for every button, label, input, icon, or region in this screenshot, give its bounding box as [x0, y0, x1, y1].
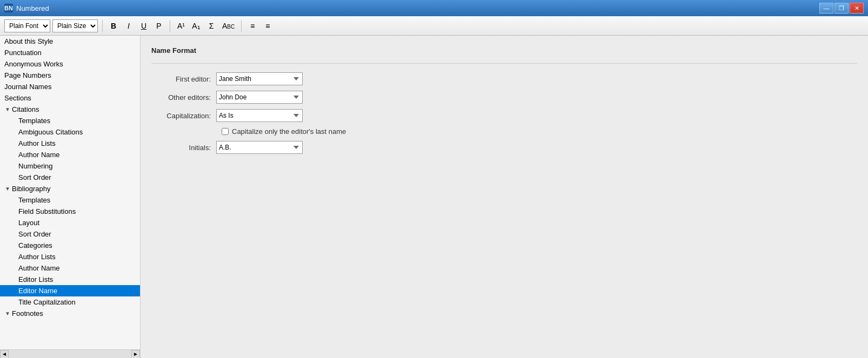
- toolbar-separator-1: [102, 20, 103, 32]
- other-editors-label: Other editors:: [151, 93, 216, 102]
- sidebar-label-ambiguous: Ambiguous Citations: [18, 128, 83, 136]
- collapse-icon-bibliography: ▼: [4, 186, 11, 192]
- collapse-icon-citations: ▼: [4, 106, 11, 113]
- sidebar-item-editor-name[interactable]: Editor Name: [0, 285, 140, 296]
- toolbar: Plain Font Plain Size B I U P A¹ A₁ Σ Ab…: [0, 16, 868, 36]
- first-editor-select[interactable]: Jane Smith: [216, 72, 303, 85]
- window-title: Numbered: [16, 4, 49, 12]
- full-align-button[interactable]: ≡: [261, 19, 274, 32]
- sidebar-label-layout: Layout: [18, 219, 39, 227]
- toolbar-separator-2: [170, 20, 170, 32]
- sidebar-item-anonymous[interactable]: Anonymous Works: [0, 58, 140, 70]
- title-bar-left: BN Numbered: [4, 4, 49, 12]
- left-align-button[interactable]: ≡: [246, 19, 259, 32]
- first-editor-row: First editor: Jane Smith: [151, 72, 857, 85]
- sidebar-content: About this StylePunctuationAnonymous Wor…: [0, 36, 140, 349]
- sidebar-label-sort-order-c: Sort Order: [18, 173, 51, 181]
- sidebar-label-page-numbers: Page Numbers: [4, 71, 51, 79]
- sidebar-item-categories[interactable]: Categories: [0, 240, 140, 251]
- sidebar-item-about[interactable]: About this Style: [0, 36, 140, 47]
- underline-button[interactable]: U: [137, 19, 150, 32]
- size-select[interactable]: Plain Size: [52, 19, 98, 32]
- sidebar-item-journal-names[interactable]: Journal Names: [0, 81, 140, 92]
- collapse-icon-footnotes: ▼: [4, 310, 11, 317]
- plain-button[interactable]: P: [152, 19, 165, 32]
- sidebar-item-author-name-b[interactable]: Author Name: [0, 262, 140, 274]
- sidebar-item-field-subs[interactable]: Field Substitutions: [0, 206, 140, 217]
- sidebar-label-author-lists-c: Author Lists: [18, 139, 56, 147]
- sidebar-label-author-name-c: Author Name: [18, 151, 60, 159]
- sidebar-label-title-cap: Title Capitalization: [18, 298, 76, 306]
- abc-button[interactable]: Abc: [220, 19, 237, 32]
- sidebar-label-bibliography: Bibliography: [12, 185, 51, 193]
- divider-top: [151, 63, 857, 64]
- sidebar-item-sections[interactable]: Sections: [0, 92, 140, 104]
- italic-button[interactable]: I: [122, 19, 135, 32]
- sidebar-label-journal-names: Journal Names: [4, 83, 51, 91]
- hscroll-left-button[interactable]: ◄: [0, 350, 9, 359]
- sidebar-item-templates-b[interactable]: Templates: [0, 194, 140, 206]
- sidebar-label-author-name-b: Author Name: [18, 264, 60, 272]
- sidebar-label-templates-b: Templates: [18, 196, 50, 204]
- title-controls: — ❐ ✕: [819, 3, 864, 13]
- sidebar-label-about: About this Style: [4, 37, 53, 45]
- initials-select[interactable]: A.B.: [216, 141, 303, 154]
- other-editors-select[interactable]: John Doe: [216, 91, 303, 104]
- sidebar-item-author-lists-c[interactable]: Author Lists: [0, 138, 140, 149]
- sidebar-label-sections: Sections: [4, 94, 31, 102]
- bold-button[interactable]: B: [107, 19, 120, 32]
- subscript-button[interactable]: A₁: [190, 19, 203, 32]
- sidebar-tree: About this StylePunctuationAnonymous Wor…: [0, 36, 140, 349]
- sidebar-item-numbering[interactable]: Numbering: [0, 160, 140, 172]
- capitalize-last-row: Capitalize only the editor's last name: [222, 127, 857, 136]
- sidebar-item-citations[interactable]: ▼Citations: [0, 104, 140, 115]
- sidebar-label-author-lists-b: Author Lists: [18, 253, 56, 261]
- capitalization-label: Capitalization:: [151, 112, 216, 120]
- sidebar-item-templates-c[interactable]: Templates: [0, 115, 140, 126]
- capitalize-last-checkbox[interactable]: [222, 128, 229, 135]
- sidebar-item-author-lists-b[interactable]: Author Lists: [0, 251, 140, 262]
- other-editors-row: Other editors: John Doe: [151, 91, 857, 104]
- sidebar-item-sort-order-c[interactable]: Sort Order: [0, 172, 140, 183]
- sidebar-wrapper: About this StylePunctuationAnonymous Wor…: [0, 36, 141, 358]
- capitalize-last-label: Capitalize only the editor's last name: [232, 127, 346, 136]
- sidebar-label-templates-c: Templates: [18, 117, 50, 125]
- hscroll-right-button[interactable]: ►: [131, 350, 140, 359]
- section-title: Name Format: [151, 46, 857, 55]
- capitalization-select[interactable]: As Is: [216, 109, 303, 122]
- sidebar-hscroll: ◄ ►: [0, 349, 140, 358]
- first-editor-label: First editor:: [151, 75, 216, 83]
- sidebar-item-punctuation[interactable]: Punctuation: [0, 47, 140, 58]
- sidebar-label-sort-order-b: Sort Order: [18, 230, 51, 238]
- sidebar-label-field-subs: Field Substitutions: [18, 207, 76, 215]
- title-bar: BN Numbered — ❐ ✕: [0, 0, 868, 16]
- close-button[interactable]: ✕: [850, 3, 864, 13]
- sidebar-item-editor-lists[interactable]: Editor Lists: [0, 274, 140, 285]
- sidebar-item-ambiguous[interactable]: Ambiguous Citations: [0, 126, 140, 138]
- minimize-button[interactable]: —: [819, 3, 833, 13]
- sidebar-item-bibliography[interactable]: ▼Bibliography: [0, 183, 140, 194]
- hscroll-track: [9, 350, 131, 359]
- font-select[interactable]: Plain Font: [4, 19, 50, 32]
- sidebar-item-title-cap[interactable]: Title Capitalization: [0, 296, 140, 308]
- maximize-button[interactable]: ❐: [834, 3, 849, 13]
- content-inner: Name Format First editor: Jane Smith Oth…: [141, 36, 868, 170]
- sidebar-label-citations: Citations: [12, 105, 39, 113]
- sidebar-item-page-numbers[interactable]: Page Numbers: [0, 70, 140, 81]
- app-icon: BN: [4, 4, 13, 12]
- sidebar-label-editor-name: Editor Name: [18, 287, 57, 295]
- sidebar-label-punctuation: Punctuation: [4, 49, 42, 57]
- sidebar-item-footnotes[interactable]: ▼Footnotes: [0, 308, 140, 319]
- sidebar-label-footnotes: Footnotes: [12, 309, 43, 318]
- sidebar-item-layout[interactable]: Layout: [0, 217, 140, 228]
- sidebar-item-author-name-c[interactable]: Author Name: [0, 149, 140, 160]
- sidebar-label-categories: Categories: [18, 241, 52, 249]
- sidebar-item-sort-order-b[interactable]: Sort Order: [0, 228, 140, 240]
- initials-label: Initials:: [151, 144, 216, 152]
- capitalization-row: Capitalization: As Is: [151, 109, 857, 122]
- toolbar-separator-3: [241, 20, 242, 32]
- content-area: Name Format First editor: Jane Smith Oth…: [141, 36, 868, 358]
- main-container: About this StylePunctuationAnonymous Wor…: [0, 36, 868, 358]
- sigma-button[interactable]: Σ: [205, 19, 218, 32]
- superscript-button[interactable]: A¹: [175, 19, 188, 32]
